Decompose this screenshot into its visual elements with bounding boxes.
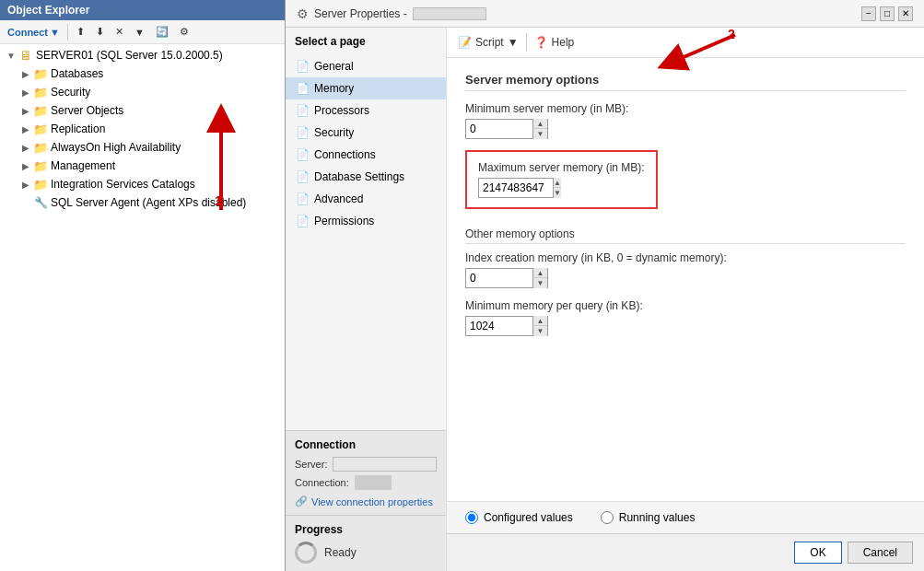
sidebar-item-database-settings[interactable]: 📄 Database Settings [286,166,446,188]
view-link-row: 🔗 View connection properties [295,495,437,507]
management-label: Management [51,159,115,172]
max-memory-spin-up[interactable]: ▲ [553,178,561,188]
expand-icon: ▼ [4,51,18,61]
connection-field-label: Connection: [295,477,349,488]
toolbar-btn-5[interactable]: 🔄 [151,23,173,41]
ok-button[interactable]: OK [794,542,841,564]
min-memory-spin-up[interactable]: ▲ [532,119,547,129]
tree-server-node[interactable]: ▼ 🖥 SERVER01 (SQL Server 15.0.2000.5) [0,46,285,64]
dialog-body: Select a page 📄 General 📄 Memory 📄 Proce… [286,28,924,571]
folder-server-objects-icon: 📁 [33,103,48,118]
object-explorer-titlebar: Object Explorer [0,0,285,20]
min-query-memory-input[interactable] [466,318,532,334]
processors-page-label: Processors [314,104,369,117]
general-page-label: General [314,60,354,73]
min-memory-input[interactable] [466,121,532,137]
integration-label: Integration Services Catalogs [51,178,195,191]
configured-values-option[interactable]: Configured values [465,511,573,524]
help-icon: ❓ [534,36,548,49]
dialog-footer: OK Cancel [447,533,924,571]
configured-values-radio[interactable] [465,511,478,524]
cancel-button[interactable]: Cancel [848,542,913,564]
index-creation-input-container: ▲ ▼ [465,268,548,288]
minimize-button[interactable]: − [861,6,876,21]
expand-management-icon: ▶ [18,161,33,171]
tree-item-alwayson[interactable]: ▶ 📁 AlwaysOn High Availability [0,138,285,157]
security-label: Security [51,86,90,99]
tree-item-replication[interactable]: ▶ 📁 Replication [0,120,285,138]
tree-item-server-objects[interactable]: ▶ 📁 Server Objects [0,101,285,120]
min-query-memory-input-container: ▲ ▼ [465,316,548,336]
tree-item-security[interactable]: ▶ 📁 Security [0,83,285,101]
index-creation-input[interactable] [466,270,532,286]
connection-field-value [355,475,392,490]
tree-item-management[interactable]: ▶ 📁 Management [0,157,285,175]
connection-server-row: Server: [295,457,437,472]
max-memory-spin-down[interactable]: ▼ [553,188,561,198]
tree-item-agent[interactable]: 🔧 SQL Server Agent (Agent XPs disabled) [0,193,285,212]
view-link-label: View connection properties [311,496,433,507]
object-explorer-tree: ▼ 🖥 SERVER01 (SQL Server 15.0.2000.5) ▶ … [0,44,285,571]
max-memory-input[interactable] [479,180,553,196]
index-creation-row: Index creation memory (in KB, 0 = dynami… [465,251,906,288]
min-memory-label: Minimum server memory (in MB): [465,102,906,115]
connect-button[interactable]: Connect ▼ [4,25,64,40]
expand-integration-icon: ▶ [18,180,33,190]
sidebar-item-processors[interactable]: 📄 Processors [286,99,446,122]
security-page-label: Security [314,126,354,139]
min-query-memory-spin-down[interactable]: ▼ [532,326,547,336]
script-button[interactable]: 📝 Script ▼ [458,36,519,49]
tree-item-databases[interactable]: ▶ 📁 Databases [0,64,285,83]
min-memory-row: Minimum server memory (in MB): ▲ ▼ [465,102,906,139]
spinner-icon [295,542,317,564]
sidebar-item-permissions[interactable]: 📄 Permissions [286,210,446,232]
index-creation-spinners: ▲ ▼ [532,268,547,288]
permissions-page-label: Permissions [314,215,374,227]
dialog-title-bar: ⚙ Server Properties - − □ ✕ [286,0,924,28]
toolbar-btn-6[interactable]: ⚙ [175,23,193,41]
max-memory-box: Maximum server memory (in MB): ▲ ▼ [465,150,658,209]
connections-page-label: Connections [314,148,376,161]
maximize-button[interactable]: □ [880,6,895,21]
object-explorer-title: Object Explorer [7,4,89,17]
sidebar-item-security[interactable]: 📄 Security [286,122,446,144]
min-memory-input-container: ▲ ▼ [465,119,548,139]
help-label: Help [552,36,575,49]
running-values-option[interactable]: Running values [601,511,696,524]
memory-page-label: Memory [314,82,354,95]
toolbar-btn-2[interactable]: ⬇ [91,23,109,41]
server-icon: 🖥 [18,48,33,63]
toolbar-btn-1[interactable]: ⬆ [72,23,89,41]
toolbar-btn-4[interactable]: ▼ [130,24,149,41]
sidebar-item-memory[interactable]: 📄 Memory [286,77,446,99]
progress-ready-row: Ready [295,542,437,564]
toolbar-separator [67,24,68,41]
min-memory-spin-down[interactable]: ▼ [532,129,547,139]
running-values-radio[interactable] [601,511,614,524]
folder-alwayson-icon: 📁 [33,140,48,155]
script-label: Script [475,36,504,49]
expand-security-icon: ▶ [18,87,33,98]
dialog-sidebar: Select a page 📄 General 📄 Memory 📄 Proce… [286,28,447,571]
object-explorer-panel: Object Explorer Connect ▼ ⬆ ⬇ ✕ ▼ 🔄 ⚙ ▼ … [0,0,286,571]
min-query-memory-spin-up[interactable]: ▲ [532,316,547,326]
index-creation-spin-up[interactable]: ▲ [532,268,547,278]
toolbar-sep [526,33,527,52]
server-label: SERVER01 (SQL Server 15.0.2000.5) [36,49,223,62]
connection-section-title: Connection [295,438,437,451]
expand-replication-icon: ▶ [18,124,33,134]
sidebar-item-connections[interactable]: 📄 Connections [286,144,446,166]
security-page-icon: 📄 [295,125,310,140]
tree-item-integration[interactable]: ▶ 📁 Integration Services Catalogs [0,175,285,193]
sidebar-item-advanced[interactable]: 📄 Advanced [286,188,446,210]
sidebar-item-general[interactable]: 📄 General [286,55,446,77]
server-properties-dialog: ⚙ Server Properties - − □ ✕ Select a pag… [286,0,924,571]
content-main: Server memory options Minimum server mem… [447,58,924,501]
index-creation-spin-down[interactable]: ▼ [532,278,547,288]
toolbar-btn-3[interactable]: ✕ [111,23,128,41]
close-button[interactable]: ✕ [898,6,913,21]
content-toolbar: 📝 Script ▼ ❓ Help [447,28,924,58]
view-connection-properties-link[interactable]: 🔗 View connection properties [295,495,437,507]
help-button[interactable]: ❓ Help [534,36,575,49]
server-objects-label: Server Objects [51,104,123,117]
